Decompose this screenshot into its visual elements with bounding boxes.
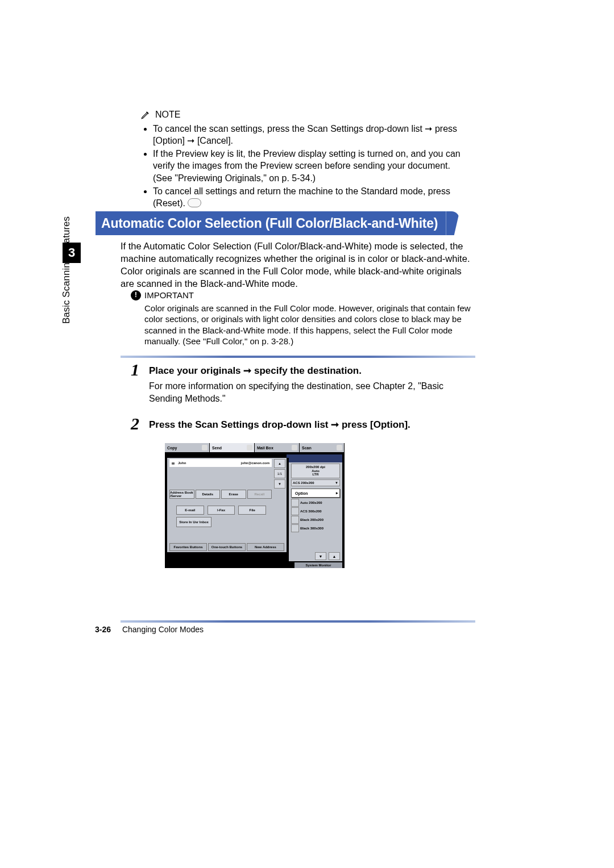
scroll-up[interactable]: ▲ <box>274 459 285 468</box>
option-icon <box>291 499 299 507</box>
one-touch-button[interactable]: One-touch Buttons <box>208 543 246 551</box>
erase-button[interactable]: Erase <box>221 490 246 499</box>
file-button[interactable]: File <box>238 506 266 515</box>
reset-key-icon <box>188 198 201 207</box>
divider-rule <box>121 620 475 623</box>
dest-name: John <box>178 461 186 465</box>
mailbox-icon <box>292 445 297 450</box>
scan-settings-current[interactable]: ACS 200x200 ▼ <box>291 479 340 487</box>
destination-row[interactable]: ✉ John john@canon.com <box>169 459 272 467</box>
scan-option-item[interactable]: Black 300x300 <box>291 524 340 532</box>
page-footer: 3-26 Changing Color Modes <box>95 625 204 634</box>
option-icon <box>291 507 299 515</box>
chapter-title-vertical: Basic Scanning Features <box>61 216 72 324</box>
address-book-button[interactable]: Address Book /Server <box>169 490 194 499</box>
chevron-down-icon: ▼ <box>335 481 338 485</box>
ifax-button[interactable]: I-Fax <box>208 506 235 515</box>
note-label: NOTE <box>155 108 180 120</box>
scan-icon <box>337 445 342 450</box>
main-panel: ✉ John john@canon.com ▲ 1/1 ▼ Address Bo… <box>167 454 287 552</box>
step-title: Place your originals ➞ specify the desti… <box>149 365 473 377</box>
dest-address: john@canon.com <box>241 461 269 465</box>
tab-scan[interactable]: Scan <box>300 443 345 452</box>
step-1: 1 Place your originals ➞ specify the des… <box>132 365 473 404</box>
scan-settings-header <box>289 458 342 462</box>
option-icon <box>291 516 299 524</box>
copy-icon <box>202 445 208 450</box>
note-block: NOTE To cancel the scan settings, press … <box>140 108 470 210</box>
tab-mailbox[interactable]: Mail Box <box>255 443 300 452</box>
page-number: 3-26 <box>95 625 111 634</box>
mail-icon: ✉ <box>172 461 175 465</box>
step-body: For more information on specifying the d… <box>149 380 473 404</box>
scroll-down[interactable]: ▼ <box>274 479 285 489</box>
top-tab-bar: Copy Send Mail Box Scan <box>165 443 345 452</box>
device-screenshot: Copy Send Mail Box Scan ✉ John john@cano… <box>165 443 345 568</box>
options-scroll-up[interactable]: ▲ <box>329 552 340 560</box>
tab-send[interactable]: Send <box>210 443 255 452</box>
options-scroll-down[interactable]: ▼ <box>315 552 326 560</box>
step-2: 2 Press the Scan Settings drop-down list… <box>132 419 473 434</box>
scan-settings-panel: 200x200 dpi Auto LTR ACS 200x200 ▼ Optio… <box>287 458 342 561</box>
note-item: To cancel the scan settings, press the S… <box>153 123 470 147</box>
footer-title: Changing Color Modes <box>122 625 204 634</box>
details-button[interactable]: Details <box>196 490 221 499</box>
recall-button[interactable]: Recall <box>247 490 272 499</box>
step-number: 1 <box>131 360 139 379</box>
note-item: If the Preview key is lit, the Preview d… <box>153 148 470 183</box>
pencil-icon <box>140 110 151 120</box>
heading-tail-shape <box>446 211 459 235</box>
new-address-button[interactable]: New Address <box>247 543 284 551</box>
scan-option-item[interactable]: Auto 200x200 <box>291 499 340 507</box>
scan-settings-summary[interactable]: 200x200 dpi Auto LTR <box>291 464 340 478</box>
store-inbox-button[interactable]: Store In Usr Inbox <box>176 517 211 527</box>
step-title: Press the Scan Settings drop-down list ➞… <box>149 419 473 431</box>
step-number: 2 <box>131 414 139 433</box>
note-item: To cancel all settings and return the ma… <box>153 185 470 209</box>
tab-copy[interactable]: Copy <box>165 443 210 452</box>
section-heading-text: Automatic Color Selection (Full Color/Bl… <box>96 211 446 235</box>
email-button[interactable]: E-mail <box>176 506 204 515</box>
section-heading: Automatic Color Selection (Full Color/Bl… <box>96 211 459 235</box>
scan-option-item[interactable]: Black 200x200 <box>291 516 340 524</box>
option-icon <box>291 524 299 532</box>
page-indicator: 1/1 <box>274 469 285 478</box>
system-monitor-button[interactable]: System Monitor <box>294 562 342 568</box>
important-body: Color originals are scanned in the Full … <box>144 303 472 347</box>
important-icon: ! <box>131 290 141 301</box>
send-icon <box>247 445 252 450</box>
dest-scrollbar: ▲ 1/1 ▼ <box>274 459 284 489</box>
scan-option-item[interactable]: ACS 300x200 <box>291 507 340 515</box>
option-button[interactable]: Option <box>291 489 340 498</box>
important-label: IMPORTANT <box>144 290 194 301</box>
section-body: If the Automatic Color Selection (Full C… <box>121 240 473 290</box>
favorites-button[interactable]: Favorites Buttons <box>169 543 207 551</box>
important-block: ! IMPORTANT Color originals are scanned … <box>131 290 472 347</box>
divider-rule <box>121 356 475 358</box>
